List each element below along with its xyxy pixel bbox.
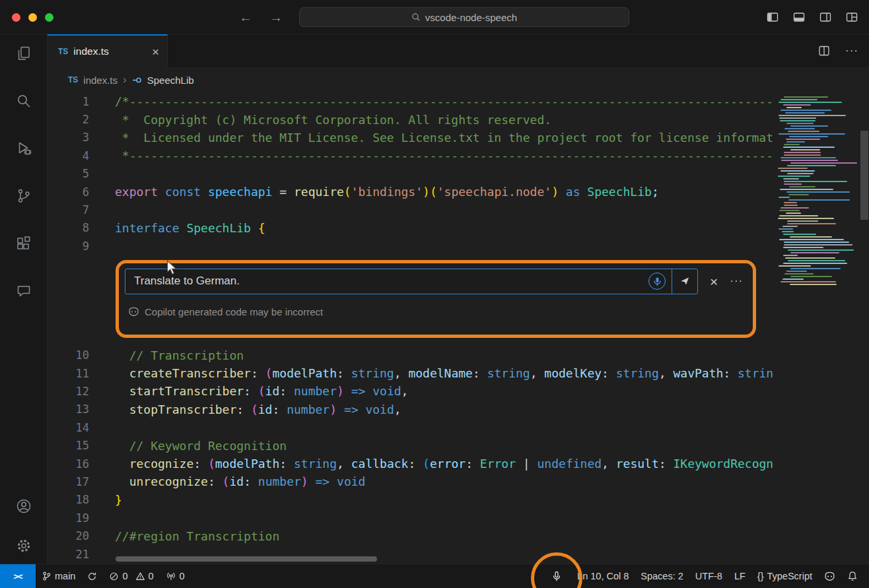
search-sidebar-icon[interactable] — [15, 92, 32, 110]
code-line[interactable]: 11 createTranscriber: (modelPath: string… — [48, 364, 774, 382]
notifications-status[interactable] — [841, 564, 864, 588]
code-line[interactable]: 7 — [48, 201, 774, 218]
toggle-secondary-sidebar-icon[interactable] — [819, 11, 832, 24]
typescript-file-icon: TS — [58, 47, 68, 56]
minimap-line — [781, 160, 838, 161]
more-actions-icon[interactable]: ··· — [730, 275, 743, 288]
line-number[interactable]: 17 — [48, 475, 89, 488]
code-line[interactable]: 1/*-------------------------------------… — [48, 92, 774, 110]
tab-index-ts[interactable]: TS index.ts × — [48, 34, 168, 67]
code-line[interactable]: 17 unrecognize: (id: number) => void — [48, 473, 774, 490]
code-line[interactable]: 16 recognize: (modelPath: string, callba… — [48, 455, 774, 473]
manage-gear-icon[interactable] — [15, 537, 32, 554]
code-line[interactable]: 5 — [48, 165, 774, 183]
ports-status[interactable]: 0 — [160, 564, 191, 588]
chat-input[interactable] — [125, 275, 648, 288]
errors-count: 0 — [122, 571, 127, 581]
code-line[interactable]: 12 startTranscriber: (id: number) => voi… — [48, 382, 774, 400]
voice-status[interactable] — [542, 564, 571, 588]
vertical-scrollbar-thumb[interactable] — [860, 131, 868, 220]
breadcrumb-symbol[interactable]: SpeechLib — [147, 75, 194, 86]
code-line[interactable]: 4 *-------------------------------------… — [48, 147, 774, 164]
line-number[interactable]: 20 — [48, 529, 89, 542]
line-number[interactable]: 6 — [48, 185, 89, 199]
explorer-icon[interactable] — [15, 45, 32, 62]
split-editor-icon[interactable] — [817, 44, 831, 57]
minimap-line — [786, 141, 805, 143]
minimap-line — [781, 157, 836, 158]
line-number[interactable]: 15 — [48, 439, 89, 452]
line-number[interactable]: 5 — [48, 167, 89, 180]
code-line[interactable]: 2 * Copyright (c) Microsoft Corporation.… — [48, 110, 774, 128]
code-line[interactable]: 14 — [48, 418, 774, 436]
navigate-back-icon[interactable]: ← — [239, 10, 252, 25]
minimap-line — [788, 199, 850, 201]
minimap-line — [784, 181, 847, 182]
indentation-status[interactable]: Spaces: 2 — [635, 564, 689, 588]
toggle-primary-sidebar-icon[interactable] — [766, 11, 779, 24]
accounts-icon[interactable] — [15, 498, 32, 515]
code-line[interactable]: 18} — [48, 491, 774, 509]
extensions-icon[interactable] — [15, 235, 32, 252]
minimap-line — [779, 228, 793, 230]
line-number[interactable]: 11 — [48, 367, 89, 380]
command-center-search[interactable]: vscode-node-speech — [299, 7, 629, 27]
line-number[interactable]: 21 — [48, 548, 89, 561]
line-number[interactable]: 1 — [48, 95, 89, 108]
source-control-icon[interactable] — [15, 187, 32, 205]
encoding-status[interactable]: UTF-8 — [689, 564, 728, 588]
zoom-window-button[interactable] — [45, 13, 53, 22]
line-number[interactable]: 2 — [48, 113, 89, 126]
line-number[interactable]: 9 — [48, 240, 89, 253]
voice-mic-button[interactable] — [648, 273, 666, 290]
chat-icon[interactable] — [15, 282, 32, 300]
copilot-status[interactable] — [818, 564, 841, 588]
customize-layout-icon[interactable] — [845, 11, 858, 24]
problems-status[interactable]: 0 0 — [103, 564, 159, 588]
code-line[interactable]: 20//#region Transcription — [48, 527, 774, 544]
code-line[interactable]: 9 — [48, 237, 774, 255]
line-number[interactable]: 4 — [48, 149, 89, 162]
line-text: export const speechapi = require('bindin… — [115, 185, 659, 199]
cursor-position-status[interactable]: Ln 10, Col 8 — [571, 564, 635, 588]
code-line[interactable]: 19 — [48, 509, 774, 527]
line-number[interactable]: 18 — [48, 493, 89, 506]
line-number[interactable]: 8 — [48, 221, 89, 234]
code-line[interactable]: 3 * Licensed under the MIT License. See … — [48, 129, 774, 147]
eol-status[interactable]: LF — [728, 564, 751, 588]
code-line[interactable]: 8interface SpeechLib { — [48, 219, 774, 237]
navigate-forward-icon[interactable]: → — [269, 10, 283, 25]
editor[interactable]: 1/*-------------------------------------… — [48, 92, 869, 564]
close-icon[interactable]: × — [710, 275, 718, 288]
minimize-window-button[interactable] — [28, 13, 37, 22]
run-debug-icon[interactable] — [15, 140, 32, 157]
code-line[interactable]: 10 // Transcription — [48, 346, 774, 364]
line-number[interactable]: 3 — [48, 131, 89, 144]
tab-label: index.ts — [73, 46, 108, 57]
editor-more-actions-icon[interactable]: ··· — [845, 44, 858, 57]
code-line[interactable]: 13 stopTranscriber: (id: number) => void… — [48, 401, 774, 418]
code-line[interactable]: 15 // Keyword Recognition — [48, 436, 774, 454]
code-line[interactable]: 6export const speechapi = require('bindi… — [48, 183, 774, 201]
line-number[interactable]: 10 — [48, 348, 89, 362]
breadcrumb-file[interactable]: index.ts — [83, 75, 118, 86]
line-number[interactable]: 13 — [48, 403, 89, 416]
interface-symbol-icon — [132, 75, 142, 85]
language-status[interactable]: {} TypeScript — [751, 564, 818, 588]
tab-close-icon[interactable]: × — [152, 46, 159, 58]
send-button[interactable] — [672, 269, 697, 294]
line-text: // Transcription — [115, 348, 244, 362]
minimap-line — [779, 215, 818, 216]
line-number[interactable]: 12 — [48, 385, 89, 398]
horizontal-scrollbar-thumb[interactable] — [116, 556, 377, 562]
sync-status[interactable] — [81, 564, 103, 588]
close-window-button[interactable] — [12, 13, 20, 22]
line-number[interactable]: 7 — [48, 203, 89, 216]
branch-status[interactable]: main — [36, 564, 81, 588]
line-number[interactable]: 16 — [48, 457, 89, 471]
line-number[interactable]: 14 — [48, 421, 89, 434]
line-number[interactable]: 19 — [48, 511, 89, 525]
toggle-panel-icon[interactable] — [792, 11, 806, 24]
remote-indicator[interactable]: >< — [0, 564, 36, 588]
minimap[interactable] — [774, 92, 860, 564]
